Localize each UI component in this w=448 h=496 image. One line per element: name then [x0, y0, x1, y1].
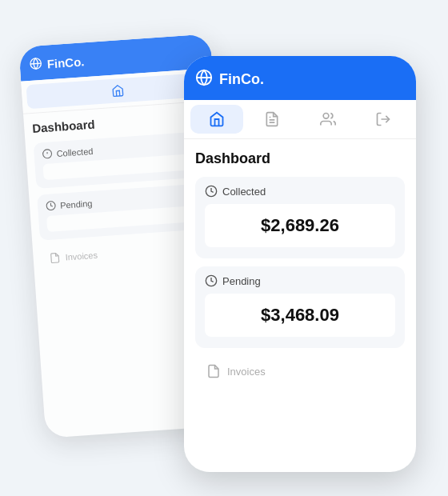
- nav-item-home[interactable]: [190, 105, 243, 134]
- dashboard-title: Dashboard: [195, 150, 405, 167]
- back-invoices-label: Invoices: [65, 250, 98, 262]
- scene: FinCo. Dashboard Collected: [32, 24, 416, 472]
- collected-value: $2,689.26: [261, 215, 339, 235]
- pending-label: Pending: [222, 275, 261, 287]
- pending-card: Pending $3,468.09: [195, 266, 405, 348]
- collected-value-box: $2,689.26: [205, 204, 395, 247]
- nav-item-users[interactable]: [302, 105, 354, 134]
- globe-icon: [195, 69, 213, 90]
- app-name: FinCo.: [219, 71, 264, 88]
- back-globe-icon: [29, 57, 42, 73]
- collected-label: Collected: [222, 186, 266, 198]
- collected-card-header: Collected: [205, 185, 395, 198]
- svg-line-1: [30, 63, 41, 64]
- phone-header: FinCo.: [184, 56, 416, 100]
- invoices-label: Invoices: [227, 366, 266, 378]
- pending-value: $3,468.09: [261, 305, 339, 325]
- dashboard-content: Dashboard Collected $2,689.26: [184, 139, 416, 398]
- back-app-name: FinCo.: [46, 54, 85, 70]
- nav-item-logout[interactable]: [358, 105, 410, 134]
- back-collected-label: Collected: [56, 146, 94, 158]
- invoices-item[interactable]: Invoices: [195, 356, 405, 386]
- phone-front: FinCo.: [184, 56, 416, 472]
- collected-card: Collected $2,689.26: [195, 177, 405, 258]
- pending-value-box: $3,468.09: [205, 294, 395, 337]
- back-pending-label: Pending: [60, 198, 93, 210]
- nav-bar: [184, 100, 416, 139]
- pending-card-header: Pending: [205, 274, 395, 287]
- back-dashboard-title: Dashboard: [32, 110, 209, 135]
- nav-item-documents[interactable]: [246, 105, 299, 134]
- svg-point-10: [323, 114, 329, 119]
